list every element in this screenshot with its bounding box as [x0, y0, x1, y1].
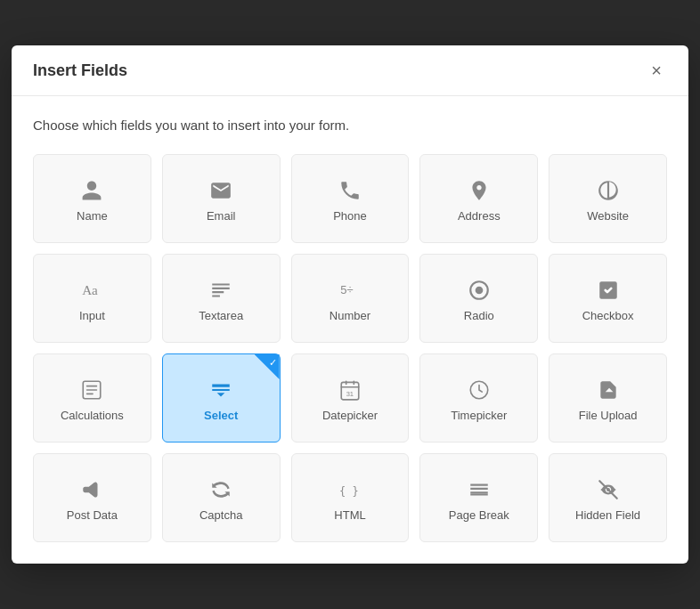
field-label-timepicker: Timepicker: [451, 409, 507, 422]
field-label-datepicker: Datepicker: [322, 409, 378, 422]
fields-grid: Name Email Phone Address: [33, 154, 667, 542]
timepicker-icon: [468, 378, 491, 402]
html-icon: { }: [338, 478, 362, 501]
textarea-icon: [209, 279, 232, 302]
fileupload-icon: [597, 378, 620, 402]
field-label-checkbox: Checkbox: [582, 309, 634, 322]
field-card-datepicker[interactable]: 31 Datepicker: [291, 353, 410, 443]
svg-text:{  }: { }: [339, 484, 359, 497]
field-card-textarea[interactable]: Textarea: [162, 254, 281, 343]
field-card-fileupload[interactable]: File Upload: [549, 353, 667, 443]
field-card-postdata[interactable]: Post Data: [33, 453, 151, 542]
field-label-postdata: Post Data: [67, 508, 118, 522]
pagebreak-icon: [468, 478, 491, 501]
svg-text:Aa: Aa: [83, 282, 99, 297]
calculations-icon: [80, 378, 103, 402]
selected-badge: [255, 354, 280, 379]
datepicker-icon: 31: [338, 378, 362, 402]
field-card-checkbox[interactable]: Checkbox: [549, 254, 667, 343]
insert-fields-modal: Insert Fields × Choose which fields you …: [12, 45, 688, 564]
field-card-hiddenfield[interactable]: Hidden Field: [549, 453, 667, 542]
field-label-phone: Phone: [333, 209, 367, 223]
close-button[interactable]: ×: [646, 60, 667, 81]
modal-header: Insert Fields ×: [12, 45, 688, 96]
radio-icon: [468, 279, 491, 302]
modal-title: Insert Fields: [33, 61, 127, 80]
input-icon: Aa: [80, 279, 103, 302]
field-card-name[interactable]: Name: [33, 154, 151, 243]
field-label-select: Select: [204, 409, 238, 422]
phone-icon: [338, 179, 362, 202]
field-label-number: Number: [330, 309, 370, 322]
svg-text:5÷: 5÷: [340, 283, 353, 296]
field-label-name: Name: [77, 209, 108, 223]
field-label-fileupload: File Upload: [579, 409, 638, 422]
svg-text:31: 31: [346, 389, 354, 397]
field-label-html: HTML: [334, 508, 365, 522]
field-card-email[interactable]: Email: [162, 154, 281, 243]
hiddenfield-icon: [597, 478, 620, 501]
field-card-html[interactable]: { } HTML: [291, 453, 410, 542]
field-card-captcha[interactable]: Captcha: [162, 453, 281, 542]
field-card-input[interactable]: Aa Input: [33, 254, 151, 343]
modal-overlay: Insert Fields × Choose which fields you …: [0, 0, 700, 609]
field-label-input: Input: [79, 309, 105, 322]
field-card-calculations[interactable]: Calculations: [33, 353, 151, 443]
field-card-select[interactable]: Select: [162, 353, 281, 443]
field-card-number[interactable]: 5÷ Number: [291, 254, 410, 343]
captcha-icon: [209, 478, 232, 501]
field-label-textarea: Textarea: [199, 309, 243, 322]
field-card-address[interactable]: Address: [419, 154, 538, 243]
field-card-pagebreak[interactable]: Page Break: [419, 453, 538, 542]
checkbox-icon: [597, 279, 620, 302]
field-card-radio[interactable]: Radio: [419, 254, 538, 343]
field-card-phone[interactable]: Phone: [291, 154, 410, 243]
name-icon: [80, 179, 103, 202]
field-label-address: Address: [458, 209, 501, 223]
field-label-calculations: Calculations: [61, 409, 124, 422]
email-icon: [209, 179, 232, 202]
modal-description: Choose which fields you want to insert i…: [33, 118, 667, 133]
field-label-website: Website: [587, 209, 629, 223]
field-label-captcha: Captcha: [199, 508, 242, 522]
address-icon: [468, 179, 491, 202]
postdata-icon: [80, 478, 103, 501]
field-label-pagebreak: Page Break: [449, 508, 509, 522]
modal-body: Choose which fields you want to insert i…: [12, 96, 688, 564]
website-icon: [597, 179, 620, 202]
field-label-radio: Radio: [464, 309, 494, 322]
field-label-hiddenfield: Hidden Field: [575, 508, 640, 522]
number-icon: 5÷: [338, 279, 362, 302]
select-icon: [209, 378, 232, 402]
field-card-website[interactable]: Website: [549, 154, 667, 243]
svg-point-3: [475, 286, 483, 294]
field-card-timepicker[interactable]: Timepicker: [419, 353, 538, 443]
field-label-email: Email: [207, 209, 236, 223]
